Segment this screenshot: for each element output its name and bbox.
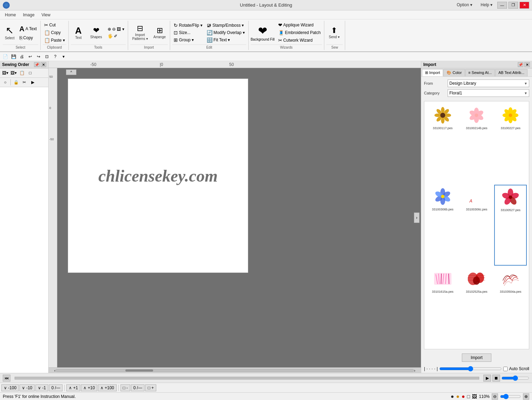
square-plus-btn[interactable]: □ +	[145, 384, 156, 391]
undo-btn[interactable]: ↩	[26, 53, 34, 60]
zoom-in-btn2[interactable]: ⊕	[523, 393, 529, 400]
qat-more-btn[interactable]: ▾	[60, 53, 67, 60]
help-btn[interactable]: ?	[51, 53, 59, 60]
tab-sewing-at[interactable]: ≡ Sewing At...	[465, 69, 495, 76]
print-btn[interactable]: 🖨	[18, 53, 26, 60]
rewind-button[interactable]: ⏮	[3, 375, 10, 382]
playback-slider[interactable]	[501, 375, 529, 381]
play-button[interactable]: ▶	[483, 375, 491, 382]
option-menu[interactable]: Option ▾	[453, 2, 476, 8]
design-thumb-6	[431, 268, 455, 289]
speed-slider[interactable]	[439, 366, 502, 372]
v-plus-100-btn[interactable]: ∧ +100	[98, 384, 116, 391]
sewing-order-pin-btn[interactable]: 📌	[34, 62, 40, 67]
v-plus-1-btn[interactable]: ∧ +1	[66, 384, 80, 391]
design-item-4[interactable]: A 33100306c.pes	[460, 185, 493, 266]
sewing-play-btn[interactable]: ▶	[29, 79, 36, 86]
menu-view[interactable]: View	[38, 10, 54, 19]
send-button[interactable]: ⬆ Send ▾	[326, 26, 342, 40]
close-button[interactable]: ✕	[519, 2, 529, 9]
sewing-order-close-btn[interactable]: ✕	[41, 62, 46, 67]
tab-color[interactable]: 🎨 Color	[443, 69, 465, 76]
import-tabs: ⊞ Import 🎨 Color ≡ Sewing At... AB Text …	[421, 68, 532, 77]
sewing-paste-btn[interactable]: 📋	[18, 69, 26, 76]
tab-import[interactable]: ⊞ Import	[422, 69, 443, 76]
design-item-6[interactable]: 33101615a.pes	[426, 267, 459, 347]
pan-btn[interactable]: 🖐 ✐	[106, 33, 126, 39]
scroll-right-btn2[interactable]: ›	[414, 368, 415, 373]
svg-line-46	[449, 274, 449, 284]
horizontal-scrollbar[interactable]: ‹ ›	[49, 367, 421, 373]
scroll-right-btn[interactable]: ›	[414, 212, 419, 223]
rotate-flip-button[interactable]: ↻ Rotate/Flip ▾	[172, 22, 203, 29]
import-execute-button[interactable]: Import	[462, 353, 491, 362]
cutwork-wizard-icon: ✂	[278, 38, 282, 43]
import-panel-pin-btn[interactable]: 📌	[518, 62, 523, 67]
copy-button[interactable]: ⎘ Copy	[18, 34, 38, 41]
sewing-copy-btn[interactable]: 🖼▾	[10, 69, 17, 76]
sewing-view-btn[interactable]: 🖼▾	[1, 69, 9, 76]
stamp-emboss-button[interactable]: 🖳 Stamp/Emboss ▾	[205, 22, 246, 29]
sewing-square-btn[interactable]: □	[26, 69, 34, 76]
v-minus-100-btn[interactable]: ∨ -100	[1, 384, 19, 391]
design-item-0[interactable]: 33100117.pes	[426, 103, 459, 183]
playback-track[interactable]	[15, 377, 479, 380]
ribbon-sew-content: ⬆ Send ▾	[326, 22, 343, 44]
qat-view-btn[interactable]: ⊡	[43, 53, 51, 60]
ribbon-copy-button[interactable]: 📋 Copy	[43, 29, 66, 36]
zoom-in-btn[interactable]: ⊕ ⊖ 🖼 ▾	[106, 26, 126, 32]
from-select[interactable]: Design Library ▼	[448, 80, 529, 87]
select-button[interactable]: ↖ Select	[3, 25, 17, 41]
stop-button[interactable]: ⏹	[492, 375, 500, 382]
design-item-5[interactable]: 33100527.pes	[494, 185, 527, 266]
design-item-7[interactable]: 33102525a.pes	[460, 267, 493, 347]
cut-button[interactable]: ✂ Cut	[43, 22, 66, 28]
minimize-button[interactable]: —	[497, 2, 507, 9]
applique-wizard-button[interactable]: ❤ Applique Wizard	[277, 22, 322, 28]
v-minus-1-btn[interactable]: ∨ -1	[35, 384, 48, 391]
size-button[interactable]: ⊡ Size...	[172, 29, 203, 36]
v-minus-10-btn[interactable]: ∨ -10	[19, 384, 35, 391]
tab-text-attrib[interactable]: AB Text Attrib...	[495, 69, 527, 76]
sewing-scissors-btn[interactable]: ✂	[20, 79, 28, 86]
menu-image[interactable]: Image	[19, 10, 38, 19]
shapes-button[interactable]: ❤ Shapes	[88, 26, 104, 40]
arrange-icon: ⊞	[157, 27, 163, 34]
design-item-8[interactable]: 33103504a.pes	[494, 267, 527, 347]
import-panel-close-btn[interactable]: ✕	[524, 62, 530, 67]
new-btn[interactable]: 📄	[1, 53, 9, 60]
canvas-ruler-top: -50 |0 50	[49, 61, 421, 68]
embroidered-patch-button[interactable]: 🧵 Embroidered Patch	[277, 29, 322, 36]
sewing-lock-btn[interactable]: 🔒	[12, 79, 20, 86]
save-btn[interactable]: 💾	[10, 53, 17, 60]
auto-scroll-checkbox[interactable]	[503, 367, 508, 371]
design-item-3[interactable]: 33100306b.pes	[426, 185, 459, 266]
a-text-button[interactable]: A A Text	[18, 24, 38, 34]
scroll-up-btn[interactable]: ^	[66, 69, 76, 75]
arrange-button[interactable]: ⊞ Arrange	[151, 26, 168, 40]
modify-overlap-button[interactable]: 🔄 Modify Overlap ▾	[205, 29, 246, 36]
sewing-circle-btn[interactable]: ○	[1, 79, 9, 86]
paste-button[interactable]: 📋 Paste ▾	[43, 37, 66, 44]
status-bar-right: ● ● ● □ 🖼 110% ⊖ ⊕	[451, 393, 529, 400]
category-select[interactable]: Floral1 ▼	[448, 89, 529, 97]
maximize-button[interactable]: ❐	[508, 2, 518, 9]
scrollbar-track[interactable]	[56, 369, 414, 372]
redo-btn[interactable]: ↪	[35, 53, 42, 60]
text-button[interactable]: A Text	[71, 25, 86, 41]
square-minus-btn[interactable]: □ -	[120, 384, 131, 391]
cutwork-wizard-button[interactable]: ✂ Cutwork Wizard	[277, 37, 322, 44]
zoom-out-btn[interactable]: ⊖	[492, 393, 498, 400]
help-menu[interactable]: Help ▾	[477, 2, 496, 8]
zoom-slider[interactable]	[500, 394, 521, 399]
ribbon-tools-content: A Text ❤ Shapes ⊕ ⊖ 🖼 ▾ 🖐 ✐	[71, 22, 126, 44]
group-button[interactable]: ⊞ Group ▾	[172, 36, 203, 43]
scrollbar-thumb[interactable]	[125, 369, 153, 372]
import-patterns-button[interactable]: ⊟ ImportPatterns ▾	[130, 24, 150, 42]
canvas-viewport[interactable]: chlicensekey.com › ^	[57, 68, 421, 367]
menu-home[interactable]: Home	[1, 10, 19, 19]
design-item-2[interactable]: 33100227.pes	[494, 103, 527, 183]
v-plus-10-btn[interactable]: ∧ +10	[81, 384, 97, 391]
design-item-1[interactable]: 33100214b.pes	[460, 103, 493, 183]
fit-text-button[interactable]: 🔡 Fit Text ▾	[205, 36, 246, 43]
